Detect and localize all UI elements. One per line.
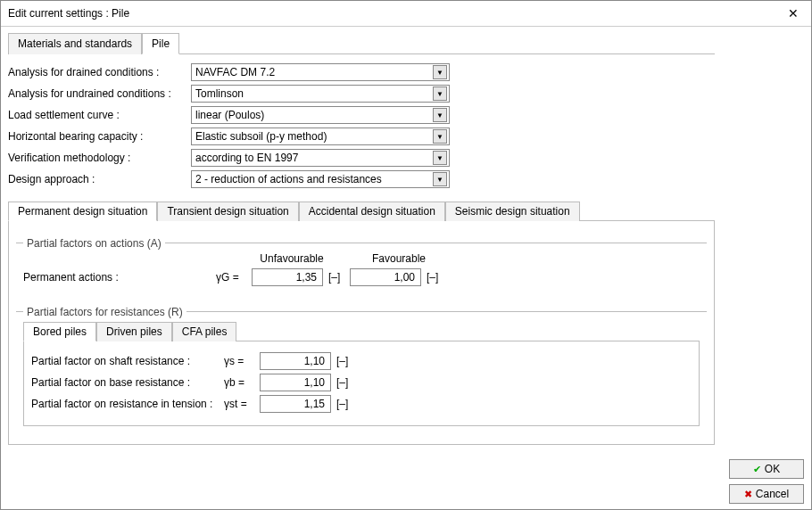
header-favourable: Favourable [359,252,439,265]
ok-button-label: OK [765,463,780,475]
cancel-button[interactable]: ✖ Cancel [729,484,804,504]
tab-cfa-piles[interactable]: CFA piles [172,322,237,341]
label-analysis-undrained: Analysis for undrained conditions : [8,87,191,100]
titlebar: Edit current settings : Pile ✕ [1,1,811,27]
tab-materials[interactable]: Materials and standards [8,33,142,54]
select-horizontal-bearing-value: Elastic subsoil (p-y method) [195,130,327,143]
chevron-down-icon: ▼ [433,129,447,144]
select-design-approach[interactable]: 2 - reduction of actions and resistances… [191,170,450,188]
unit-gamma-st: [–] [331,398,358,410]
close-icon[interactable]: ✕ [783,4,804,22]
input-gamma-st[interactable] [260,395,331,413]
chevron-down-icon: ▼ [433,172,447,186]
unit-gamma-g-unfav: [–] [323,271,350,284]
top-tab-strip: Materials and standards Pile [8,32,715,54]
tab-driven-piles[interactable]: Driven piles [96,322,172,341]
group-resistances: Bored piles Driven piles CFA piles Parti… [16,311,707,432]
select-analysis-undrained[interactable]: Tomlinson ▼ [191,85,450,103]
dialog-title: Edit current settings : Pile [8,7,129,20]
input-gamma-b[interactable] [260,374,331,391]
tab-pile[interactable]: Pile [142,33,179,54]
symbol-gamma-g: γG = [216,271,252,284]
chevron-down-icon: ▼ [433,86,447,101]
select-analysis-drained[interactable]: NAVFAC DM 7.2 ▼ [191,63,450,81]
label-verification: Verification methodology : [8,152,191,164]
chevron-down-icon: ▼ [433,108,447,122]
cancel-button-label: Cancel [756,488,789,500]
x-icon: ✖ [744,489,752,500]
pile-type-panel: Partial factor on shaft resistance : γs … [23,341,700,426]
select-horizontal-bearing[interactable]: Elastic subsoil (p-y method) ▼ [191,128,450,145]
content-panel: Materials and standards Pile Analysis fo… [1,27,722,509]
design-situation-tabs: Permanent design situation Transient des… [8,201,715,221]
footer-buttons: ✔ OK ✖ Cancel [722,27,811,509]
tab-accidental-situation[interactable]: Accidental design situation [299,202,445,221]
check-icon: ✔ [753,464,761,475]
select-analysis-drained-value: NAVFAC DM 7.2 [195,66,275,78]
unit-gamma-g-fav: [–] [421,271,448,284]
label-base-factor: Partial factor on base resistance : [31,376,224,389]
ok-button[interactable]: ✔ OK [729,459,804,479]
pile-type-tabs: Bored piles Driven piles CFA piles [23,321,700,341]
unit-gamma-b: [–] [331,376,358,389]
select-design-approach-value: 2 - reduction of actions and resistances [195,173,382,185]
label-load-settlement: Load settlement curve : [8,109,191,121]
design-situation-panel: Partial factors on actions (A) Unfavoura… [8,221,715,445]
select-load-settlement-value: linear (Poulos) [195,109,264,121]
header-unfavourable: Unfavourable [252,252,332,265]
input-gamma-s[interactable] [260,352,331,370]
dialog: Edit current settings : Pile ✕ Materials… [0,0,812,510]
unit-gamma-s: [–] [331,355,358,367]
legend-resistances: Partial factors for resistances (R) [23,306,186,318]
symbol-gamma-st: γst = [224,398,260,410]
tab-bored-piles[interactable]: Bored piles [23,322,96,341]
tab-permanent-situation[interactable]: Permanent design situation [8,202,157,221]
legend-actions: Partial factors on actions (A) [23,237,165,250]
label-permanent-actions: Permanent actions : [23,271,216,284]
select-verification[interactable]: according to EN 1997 ▼ [191,149,450,167]
input-gamma-g-fav[interactable] [350,268,421,286]
label-analysis-drained: Analysis for drained conditions : [8,66,191,78]
label-tension-factor: Partial factor on resistance in tension … [31,398,224,410]
chevron-down-icon: ▼ [433,65,447,79]
select-verification-value: according to EN 1997 [195,152,298,164]
input-gamma-g-unfav[interactable] [252,268,323,286]
symbol-gamma-b: γb = [224,376,260,389]
select-load-settlement[interactable]: linear (Poulos) ▼ [191,106,450,124]
select-analysis-undrained-value: Tomlinson [195,87,244,100]
group-actions: Unfavourable Favourable Permanent action… [16,243,707,295]
label-horizontal-bearing: Horizontal bearing capacity : [8,130,191,143]
chevron-down-icon: ▼ [433,151,447,165]
label-shaft-factor: Partial factor on shaft resistance : [31,355,224,367]
tab-seismic-situation[interactable]: Seismic design situation [445,202,580,221]
tab-transient-situation[interactable]: Transient design situation [157,202,298,221]
symbol-gamma-s: γs = [224,355,260,367]
label-design-approach: Design approach : [8,173,191,185]
